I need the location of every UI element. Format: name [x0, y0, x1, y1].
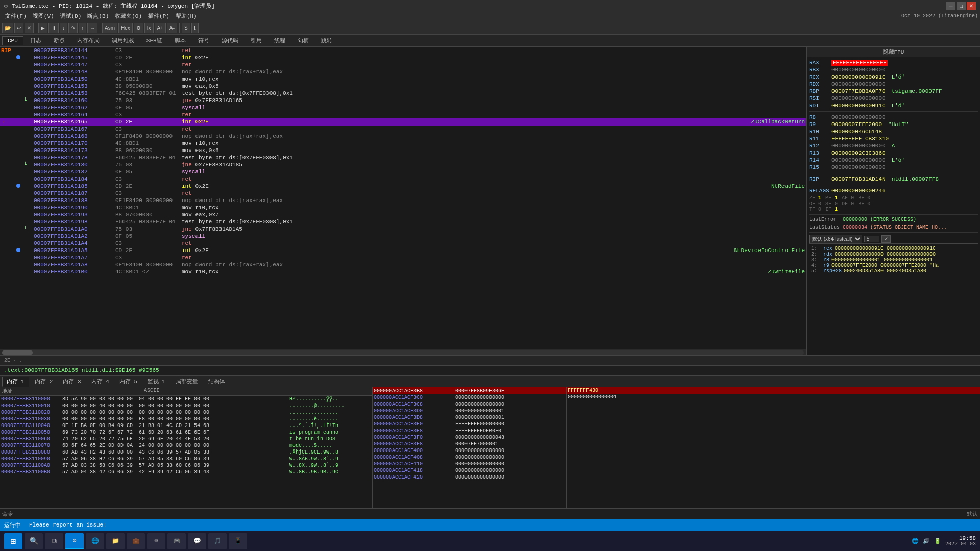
scrollbar-track[interactable] — [2, 350, 804, 355]
list-item[interactable]: 00007FF8B3110010 00 00 00 00 40 00 00 00… — [0, 403, 372, 409]
table-row[interactable]: 00007FF8B31AD147 C3 ret — [0, 61, 806, 68]
list-item[interactable] — [567, 454, 980, 460]
tb-run-to-cursor[interactable]: → — [87, 23, 97, 33]
tb-open[interactable]: 📂 — [2, 23, 13, 33]
start-button[interactable]: ⊞ — [4, 533, 22, 549]
taskbar-app-chat[interactable]: 💬 — [188, 533, 206, 549]
list-item[interactable]: 000000ACC1ACF3D8 0000000000000001 — [373, 414, 566, 421]
tab-source[interactable]: 源代码 — [216, 35, 244, 46]
reg-val-r11[interactable]: FFFFFFFFF CB31310 — [831, 136, 889, 142]
list-item[interactable]: 00007FF8B31100A0 57 AD 03 38 58 C6 06 39… — [0, 462, 372, 469]
callstack-depth-input[interactable] — [864, 236, 879, 242]
list-item[interactable]: 000000ACC1ACF418 0000000000000000 — [373, 467, 566, 474]
tb-step-out[interactable]: ↑ — [79, 23, 86, 33]
list-item[interactable]: 00007FF8B31100B0 57 AD 04 38 42 C6 06 39… — [0, 469, 372, 475]
tab-cpu[interactable]: CPU — [2, 36, 23, 45]
tab-jump[interactable]: 跳转 — [315, 35, 338, 46]
table-row[interactable]: 00007FF8B31AD153 B8 05000000 mov eax,0x5 — [0, 83, 806, 90]
bottom-tab-mem3[interactable]: 内存 3 — [58, 377, 85, 387]
menu-help[interactable]: 帮助(H) — [173, 12, 200, 20]
list-item[interactable]: 00007FF8B3110070 6D 6F 64 65 2E 0D 0D 0A… — [0, 442, 372, 449]
tab-handles[interactable]: 句柄 — [292, 35, 314, 46]
tb-run[interactable]: ▶ — [38, 23, 47, 33]
table-row[interactable]: 00007FF8B31AD1A5 CD 2E int 0x2E NtDevice… — [0, 247, 806, 254]
table-row[interactable]: 00007FF8B31AD1A8 0F1F8400 00000000 nop d… — [0, 261, 806, 268]
disasm-scrollbar[interactable] — [0, 349, 806, 355]
maximize-button[interactable]: □ — [957, 2, 966, 10]
tab-threads[interactable]: 线程 — [268, 35, 291, 46]
tab-breakpoints[interactable]: 断点 — [48, 35, 70, 46]
reg-val-r15[interactable]: 0000000000000000 — [831, 164, 886, 170]
taskbar-app-vs[interactable]: 💼 — [127, 533, 145, 549]
list-item[interactable]: 000000ACC1ACF3C0 0000000000000000 — [373, 394, 566, 401]
bottom-tab-mem5[interactable]: 内存 5 — [115, 377, 142, 387]
table-row[interactable]: 00007FF8B31AD150 4C:8BD1 mov r10,rcx — [0, 76, 806, 83]
list-item[interactable]: 00007FF8B3110080 60 AD 43 H2 43 60 00 00… — [0, 449, 372, 456]
menu-plugins[interactable]: 插件(P) — [145, 12, 173, 20]
reg-val-r8[interactable]: 0000000000000000 — [831, 114, 886, 120]
table-row[interactable]: 00007FF8B31AD158 F60425 0803FE7F 01 test… — [0, 90, 806, 97]
bottom-tab-mem2[interactable]: 内存 2 — [30, 377, 57, 387]
reg-val-rbp[interactable]: 00007F7E0B8A0F70 — [831, 88, 886, 94]
taskbar-app-debugger[interactable]: ⚙ — [65, 533, 84, 549]
list-item[interactable]: 00007FF8B3110030 00 00 00 00 00 00 00 00… — [0, 416, 372, 422]
reg-val-rbx[interactable]: 0000000000000000 — [831, 67, 886, 73]
disasm-content[interactable]: RIP 00007FF8B31AD144 C3 ret 00007FF8B31A… — [0, 47, 806, 349]
taskbar-app-explorer[interactable]: 📁 — [106, 533, 125, 549]
bottom-tab-struct[interactable]: 结构体 — [204, 377, 230, 387]
table-row[interactable]: 00007FF8B31AD167 C3 ret — [0, 126, 806, 133]
list-item[interactable]: 000000ACC1ACF410 0000000000000000 — [373, 461, 566, 467]
tb-font-dec[interactable]: A- — [167, 23, 177, 33]
menu-breakpoints[interactable]: 断点(B) — [84, 12, 112, 20]
list-item[interactable] — [567, 447, 980, 454]
table-row[interactable]: └ 00007FF8B31AD1A0 75 03 jne 0x7FF8B31AD… — [0, 226, 806, 233]
table-row[interactable]: 00007FF8B31AD187 C3 ret — [0, 190, 806, 197]
table-row[interactable]: 00007FF8B31AD188 0F1F8400 00000000 nop d… — [0, 197, 806, 204]
reg-val-rflags[interactable]: 0000000000000246 — [831, 188, 886, 194]
callstack-refresh-btn[interactable]: ✓ — [881, 235, 891, 243]
command-input[interactable] — [16, 511, 963, 517]
tb-step-into[interactable]: ↓ — [60, 23, 67, 33]
tb-info[interactable]: ℹ — [191, 23, 199, 33]
table-row[interactable]: 00007FF8B31AD1A4 C3 ret — [0, 240, 806, 247]
list-item[interactable]: 000000ACC1ACF3C8 0000000000000000 — [373, 401, 566, 408]
list-item[interactable] — [567, 460, 980, 467]
tb-font-inc[interactable]: A+ — [155, 23, 166, 33]
table-row[interactable]: 00007FF8B31AD170 4C:8BD1 mov r10,rcx — [0, 140, 806, 147]
table-row[interactable]: 00007FF8B31AD182 0F 05 syscall — [0, 168, 806, 176]
table-row[interactable]: → 00007FF8B31AD165 CD 2E int 0x2E ZuCall… — [0, 118, 806, 126]
table-row[interactable]: 00007FF8B31AD145 CD 2E int 0x2E — [0, 54, 806, 61]
list-item[interactable] — [567, 427, 980, 434]
list-item[interactable] — [567, 420, 980, 427]
list-item[interactable] — [567, 400, 980, 407]
list-item[interactable]: 00007FF8B3110060 74 20 62 65 20 72 75 6E… — [0, 436, 372, 442]
reg-val-r12[interactable]: 0000000000000000 — [831, 143, 886, 149]
tab-symbols[interactable]: 符号 — [192, 35, 215, 46]
tb-close[interactable]: ✕ — [24, 23, 34, 33]
bottom-tab-watch1[interactable]: 监视 1 — [143, 377, 170, 387]
callstack-convention-select[interactable]: 默认 (x64 fastcall) — [809, 235, 862, 243]
tab-log[interactable]: 日志 — [24, 35, 47, 46]
taskbar-app-terminal[interactable]: ⌨ — [147, 533, 165, 549]
tb-step-over[interactable]: ↷ — [68, 23, 78, 33]
table-row[interactable]: 00007FF8B31AD185 CD 2E int 0x2E NtReadFi… — [0, 183, 806, 190]
list-item[interactable]: FFFFFFF430 — [567, 387, 980, 394]
reg-val-rax[interactable]: FFFFFFFFFFFFFFFF — [831, 60, 888, 66]
list-item[interactable]: 00007FF8B3110090 57 A0 06 38 H2 C6 06 39… — [0, 456, 372, 462]
list-item[interactable]: 00007FF8B3110040 0E 1F BA 0E 00 B4 09 CD… — [0, 422, 372, 429]
table-row[interactable]: 00007FF8B31AD184 C3 ret — [0, 176, 806, 183]
table-row[interactable]: 00007FF8B31AD148 0F1F8400 00000000 nop d… — [0, 68, 806, 76]
list-item[interactable] — [567, 414, 980, 420]
tab-seh[interactable]: SEH链 — [141, 35, 168, 46]
table-row[interactable]: 00007FF8B31AD1A7 C3 ret — [0, 254, 806, 261]
tb-hex[interactable]: Hex — [118, 23, 133, 33]
list-item[interactable]: 000000ACC1ACF3F0 0000000000000048 — [373, 434, 566, 441]
list-item[interactable]: 000000ACC1ACF3E0 FFFFFFFF00000000 — [373, 421, 566, 428]
table-row[interactable]: 00007FF8B31AD168 0F1F8400 00000000 nop d… — [0, 133, 806, 140]
minimize-button[interactable]: ─ — [946, 2, 955, 10]
table-row[interactable]: 00007FF8B31AD178 F60425 0803FE7F 01 test… — [0, 154, 806, 161]
table-row[interactable]: 00007FF8B31AD198 F60425 0803FE7F 01 test… — [0, 218, 806, 226]
tb-pause[interactable]: ⏸ — [48, 23, 59, 33]
tb-settings[interactable]: ⚙ — [134, 23, 143, 33]
menu-debug[interactable]: 调试(D) — [57, 12, 85, 20]
